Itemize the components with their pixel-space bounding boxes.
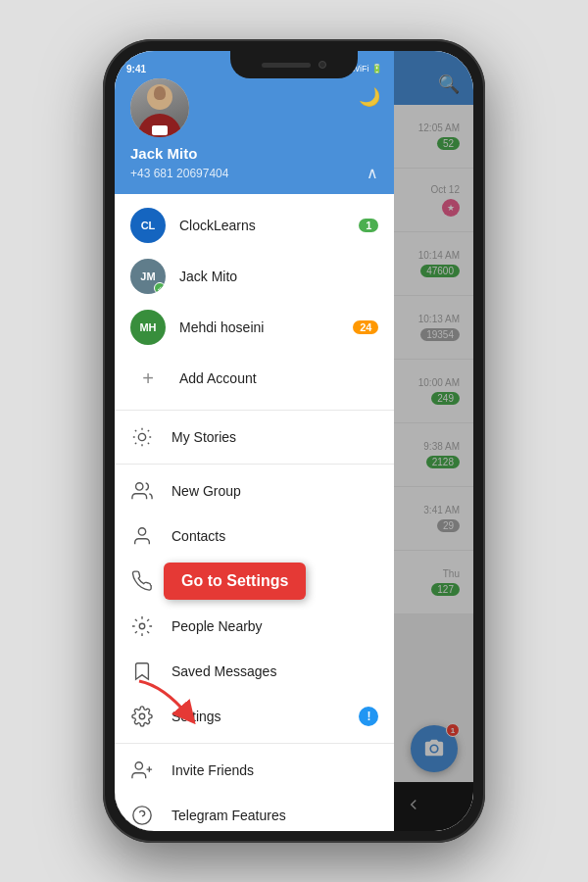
menu-item-new-group[interactable]: New Group <box>115 468 394 514</box>
account-name: ClockLearns <box>179 218 345 233</box>
add-account-label: Add Account <box>179 370 257 386</box>
settings-icon <box>130 705 154 728</box>
menu-section: My Stories New Group <box>115 411 394 831</box>
add-icon: + <box>130 361 166 396</box>
svg-point-5 <box>139 713 145 719</box>
moon-icon: 🌙 <box>359 86 380 108</box>
menu-label: Invite Friends <box>172 762 378 778</box>
account-item-clocklearns[interactable]: CL ClockLearns 1 <box>115 200 394 251</box>
account-item-jackmito[interactable]: JM Jack Mito <box>115 251 394 302</box>
menu-item-invite-friends[interactable]: Invite Friends <box>115 748 394 793</box>
contacts-icon <box>130 524 154 548</box>
menu-divider <box>115 743 394 744</box>
menu-item-calls[interactable]: Calls Go to Settings <box>115 559 394 604</box>
account-item-mehdi[interactable]: MH Mehdi hoseini 24 <box>115 302 394 353</box>
menu-label: My Stories <box>172 429 378 445</box>
saved-messages-icon <box>130 660 154 683</box>
menu-label: Settings <box>172 709 341 724</box>
drawer-user-phone: +43 681 20697404 <box>130 167 228 180</box>
svg-point-0 <box>138 433 145 440</box>
calls-icon <box>130 569 154 593</box>
drawer-user-name: Jack Mito <box>130 145 378 162</box>
svg-point-1 <box>136 483 143 490</box>
account-name: Jack Mito <box>179 269 378 284</box>
drawer: 9:41 ▐▐▐▐ WiFi 🔋 <box>115 51 394 831</box>
account-avatar: CL <box>130 208 166 243</box>
menu-item-telegram-features[interactable]: Telegram Features <box>115 793 394 831</box>
svg-point-9 <box>133 807 151 824</box>
menu-label: Contacts <box>172 528 378 544</box>
phone-frame: Telegram 🔍 CL ClockLearns ... 12:05 AM 5… <box>103 39 485 843</box>
svg-point-6 <box>135 762 142 769</box>
accounts-section: CL ClockLearns 1 JM Jack Mito MH <box>115 194 394 411</box>
goto-settings-tooltip: Go to Settings <box>164 563 306 600</box>
account-badge: 24 <box>353 320 378 334</box>
menu-divider <box>115 464 394 465</box>
speaker <box>262 63 311 68</box>
stories-icon <box>130 425 154 449</box>
settings-badge <box>359 707 378 726</box>
camera <box>318 61 326 69</box>
svg-point-2 <box>138 528 145 535</box>
menu-item-people-nearby[interactable]: People Nearby <box>115 604 394 649</box>
account-avatar: JM <box>130 259 166 294</box>
menu-label: People Nearby <box>172 618 378 634</box>
phone-screen: Telegram 🔍 CL ClockLearns ... 12:05 AM 5… <box>115 51 473 831</box>
active-check-badge <box>154 282 166 294</box>
menu-item-my-stories[interactable]: My Stories <box>115 415 394 460</box>
menu-item-saved-messages[interactable]: Saved Messages <box>115 649 394 694</box>
features-icon <box>130 804 154 827</box>
menu-item-settings[interactable]: Settings <box>115 694 394 739</box>
svg-point-3 <box>139 623 145 629</box>
chevron-up-icon[interactable]: ∧ <box>367 164 378 182</box>
menu-label: New Group <box>172 483 378 499</box>
phone-notch <box>230 51 358 78</box>
menu-label: Telegram Features <box>172 808 378 823</box>
account-avatar: MH <box>130 310 166 345</box>
drawer-phone-row: +43 681 20697404 ∧ <box>130 164 378 182</box>
account-badge: 1 <box>359 219 378 232</box>
account-name: Mehdi hoseini <box>179 319 339 335</box>
invite-icon <box>130 759 154 782</box>
menu-item-contacts[interactable]: Contacts <box>115 514 394 559</box>
add-account-item[interactable]: + Add Account <box>115 353 394 404</box>
menu-label: Saved Messages <box>172 663 378 679</box>
group-icon <box>130 479 154 503</box>
status-time: 9:41 <box>126 56 146 74</box>
people-nearby-icon <box>130 614 154 638</box>
drawer-avatar[interactable] <box>130 78 189 137</box>
